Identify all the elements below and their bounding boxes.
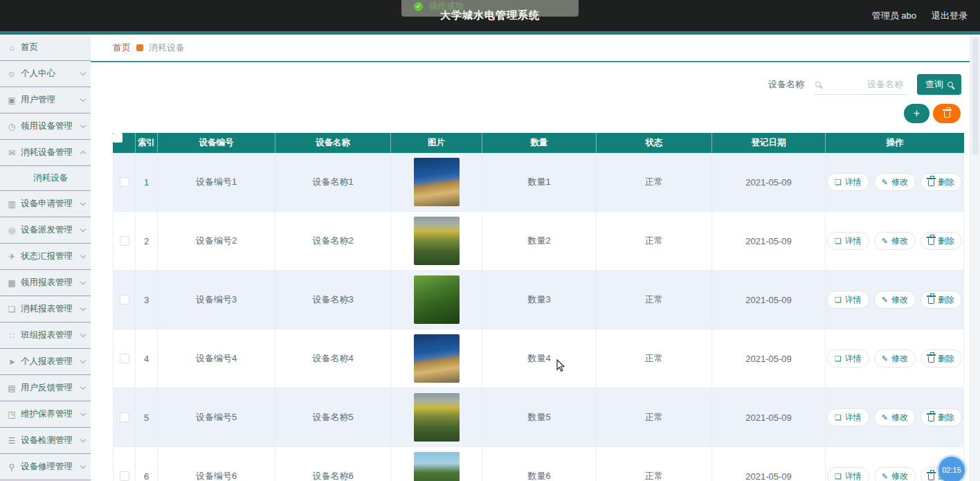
sidebar-item-label: 个人中心 [21,68,81,80]
edit-button-label: 修改 [891,412,908,424]
edit-button[interactable]: ✎ 修改 [874,173,916,191]
document-icon: ❏ [835,237,842,246]
select-all-checkbox[interactable] [113,133,122,143]
sidebar-item-status-report-mgmt[interactable]: ✈ 状态汇报管理 [0,244,91,270]
success-toast: ✓ 操作成功 [401,0,579,17]
sidebar-item-consumable-report-mgmt[interactable]: ❏ 消耗报表管理 [0,296,91,323]
edit-button-label: 修改 [891,294,908,306]
edit-pencil-icon: ✎ [882,296,888,305]
edit-button[interactable]: ✎ 修改 [874,467,916,481]
detail-button[interactable]: ❏ 详情 [827,173,869,191]
search-input[interactable]: 设备名称 [814,74,907,95]
delete-button[interactable]: 删除 [920,291,962,309]
sidebar-item-user-feedback-mgmt[interactable]: ▤ 用户反馈管理 [0,375,91,401]
chevron-icon [80,384,86,390]
row-checkbox[interactable] [120,236,129,246]
row-checkbox[interactable] [120,177,129,187]
sidebar-item-device-inspection-mgmt[interactable]: ☰ 设备检测管理 [0,428,91,454]
table-row: 1 设备编号1 设备名称1 数量1 正常 2021-05-09 ❏ 详情 [113,153,964,212]
chevron-icon [80,437,86,442]
delete-button[interactable]: 删除 [920,350,962,367]
sidebar-item-label: 消耗设备管理 [21,147,81,158]
search-icon [947,82,953,87]
list-icon: ☰ [7,436,17,446]
logout-link[interactable]: 退出登录 [932,10,968,22]
photo-yellow-arches[interactable] [414,393,460,442]
column-header-actions: 操作 [826,133,964,153]
cell-status: 正常 [597,447,712,481]
table-row: 2 设备编号2 设备名称2 数量2 正常 2021-05-09 ❏ 详情 [113,212,964,271]
cell-index: 1 [136,153,158,211]
table-row: 4 设备编号4 设备名称4 数量4 正常 2021-05-09 ❏ 详情 [113,329,964,388]
crop-icon: ◳ [7,410,17,419]
cell-index: 4 [136,329,158,388]
add-button[interactable]: + [904,104,929,123]
scrollbar[interactable] [970,35,980,481]
photo-green-foliage[interactable] [414,275,460,324]
detail-button[interactable]: ❏ 详情 [827,408,869,426]
scrollbar-thumb[interactable] [972,37,979,155]
monitor-icon: ▥ [7,199,17,209]
row-checkbox[interactable] [120,471,129,481]
timer-badge[interactable]: 02:15 [938,457,965,481]
feedback-doc-icon: ▤ [7,383,17,393]
sidebar-item-device-apply-mgmt[interactable]: ▥ 设备申请管理 [0,191,91,217]
sidebar-item-requisition-device-mgmt[interactable]: ◷ 领用设备管理 [0,114,91,140]
photo-night-building[interactable] [414,334,460,383]
column-header-device-code: 设备编号 [158,133,275,153]
search-placeholder: 设备名称 [821,78,907,91]
detail-button-label: 详情 [845,235,862,247]
photo-night-building[interactable] [414,158,460,206]
cell-device-code: 设备编号5 [158,388,275,446]
sidebar-item-user-mgmt[interactable]: ▣ 用户管理 [0,87,91,114]
edit-button[interactable]: ✎ 修改 [874,350,916,367]
detail-button[interactable]: ❏ 详情 [827,350,869,367]
query-button[interactable]: 查询 [917,74,961,95]
sidebar-item-maintenance-mgmt[interactable]: ◳ 维护保养管理 [0,401,91,428]
chevron-icon [80,279,86,284]
sidebar-item-personal-report-mgmt[interactable]: ➤ 个人报表管理 [0,349,91,375]
cell-date: 2021-05-09 [712,329,826,388]
cell-quantity: 数量4 [482,329,597,388]
sidebar-item-home[interactable]: ⌂ 首页 [0,35,91,61]
sidebar-item-profile[interactable]: ☺ 个人中心 [0,61,91,87]
chevron-icon [80,305,86,311]
photo-yellow-arches[interactable] [414,217,460,265]
sidebar-item-device-repair-mgmt[interactable]: ⚲ 设备修理管理 [0,454,91,480]
row-checkbox[interactable] [120,412,129,422]
column-header-date: 登记日期 [712,133,826,153]
column-header-index: 索引 [136,133,158,153]
delete-button[interactable]: 删除 [920,232,962,250]
edit-button[interactable]: ✎ 修改 [874,232,916,250]
sidebar-item-consumable-device[interactable]: 消耗设备 [0,166,91,191]
sidebar-item-consumable-device-mgmt[interactable]: ✉ 消耗设备管理 [0,140,91,166]
detail-button[interactable]: ❏ 详情 [827,232,869,250]
document-icon: ❏ [835,296,842,305]
photo-park-lawn[interactable] [414,452,460,481]
detail-button[interactable]: ❏ 详情 [827,291,869,309]
row-checkbox[interactable] [120,295,129,305]
row-checkbox[interactable] [120,354,129,363]
edit-button-label: 修改 [891,353,908,365]
sidebar-item-device-dispatch-mgmt[interactable]: ◎ 设备派发管理 [0,217,91,244]
sidebar-item-requisition-report-mgmt[interactable]: ▦ 领用报表管理 [0,270,91,296]
edit-button[interactable]: ✎ 修改 [874,408,916,426]
document-icon: ❏ [835,178,842,187]
sidebar-item-label: 用户管理 [21,94,81,106]
edit-button-label: 修改 [891,176,908,188]
chevron-icon [80,200,86,206]
cell-device-name: 设备名称2 [275,212,391,270]
edit-pencil-icon: ✎ [882,472,888,481]
delete-button[interactable]: 删除 [920,408,962,426]
document-icon: ❏ [835,472,842,481]
plane-icon: ➤ [7,357,17,367]
breadcrumb-home-link[interactable]: 首页 [113,42,131,54]
delete-button[interactable]: 删除 [920,173,962,191]
sidebar-item-team-report-mgmt[interactable]: ∷ 班组报表管理 [0,323,91,349]
detail-button[interactable]: ❏ 详情 [827,467,869,481]
cell-status: 正常 [597,212,712,270]
breadcrumb: 首页 消耗设备 [91,35,980,62]
sidebar-item-label: 维护保养管理 [21,408,81,420]
batch-delete-button[interactable] [933,104,961,123]
edit-button[interactable]: ✎ 修改 [874,291,916,309]
